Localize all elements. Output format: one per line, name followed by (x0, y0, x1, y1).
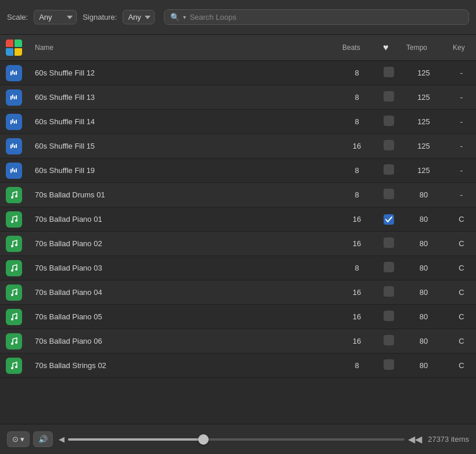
table-row[interactable]: 60s Shuffle Fill 138125- (0, 85, 476, 110)
table-row[interactable]: 60s Shuffle Fill 1516125- (0, 134, 476, 158)
favorite-checkbox[interactable] (384, 140, 394, 150)
table-row[interactable]: 60s Shuffle Fill 148125- (0, 110, 476, 134)
table-row[interactable]: 70s Ballad Piano 061680C (0, 329, 476, 354)
favorite-checkbox[interactable] (384, 116, 394, 126)
svg-point-20 (11, 196, 13, 199)
row-tempo: 80 (400, 305, 447, 329)
favorite-checkbox[interactable] (384, 237, 394, 248)
table-row[interactable]: 70s Ballad Strings 02880C (0, 354, 476, 378)
row-favorite[interactable] (377, 232, 400, 256)
table-row[interactable]: 70s Ballad Drums 01880- (0, 183, 476, 207)
row-beats: 16 (337, 134, 377, 158)
table-row[interactable]: 70s Ballad Piano 051680C (0, 305, 476, 329)
row-beats: 8 (337, 61, 377, 85)
favorite-checkbox[interactable] (384, 262, 394, 272)
row-favorite[interactable] (377, 158, 400, 183)
loop-icon-blue (6, 163, 22, 179)
search-chevron-icon[interactable]: ▾ (183, 14, 186, 20)
row-icon-cell (0, 329, 29, 354)
svg-point-31 (15, 317, 17, 319)
table-row[interactable]: 60s Shuffle Fill 128125- (0, 61, 476, 85)
row-favorite[interactable] (377, 134, 400, 158)
svg-point-23 (15, 219, 17, 222)
row-icon-cell (0, 232, 29, 256)
loop-icon-blue (6, 89, 22, 106)
row-favorite[interactable] (377, 280, 400, 305)
svg-rect-3 (16, 71, 17, 75)
volume-low-icon: ◀ (59, 435, 65, 444)
table-row[interactable]: 70s Ballad Piano 021680C (0, 232, 476, 256)
favorite-checkbox[interactable] (384, 214, 394, 225)
table-row[interactable]: 60s Shuffle Fill 198125- (0, 158, 476, 183)
row-favorite[interactable] (377, 110, 400, 134)
svg-rect-19 (16, 168, 17, 172)
search-input[interactable] (189, 13, 463, 21)
row-name: 70s Ballad Drums 01 (29, 183, 337, 207)
row-key: C (447, 329, 476, 354)
loop-chevron-icon: ▾ (20, 435, 24, 444)
svg-rect-18 (14, 170, 15, 172)
favorite-checkbox[interactable] (384, 189, 394, 199)
svg-rect-1 (12, 70, 13, 74)
search-icon: 🔍 (170, 13, 180, 21)
row-favorite[interactable] (377, 354, 400, 378)
signature-select[interactable]: Any 3/4 4/4 6/8 (123, 10, 155, 24)
favorite-checkbox[interactable] (384, 359, 394, 370)
th-favorite[interactable]: ♥ (377, 35, 400, 61)
row-icon-cell (0, 256, 29, 280)
row-key: C (447, 256, 476, 280)
row-favorite[interactable] (377, 305, 400, 329)
row-icon-cell (0, 158, 29, 183)
loop-icon-blue (6, 138, 22, 154)
row-key: C (447, 354, 476, 378)
table-row[interactable]: 70s Ballad Piano 03880C (0, 256, 476, 280)
row-icon-cell (0, 207, 29, 232)
favorite-checkbox[interactable] (384, 67, 394, 77)
th-tempo[interactable]: Tempo (400, 35, 447, 61)
svg-rect-17 (12, 168, 13, 172)
row-name: 70s Ballad Piano 01 (29, 207, 337, 232)
favorite-checkbox[interactable] (384, 91, 394, 102)
row-beats: 16 (337, 329, 377, 354)
row-key: C (447, 280, 476, 305)
svg-point-33 (15, 341, 17, 344)
loop-button[interactable]: ⊙ ▾ (7, 431, 30, 447)
table-header: Name Beats ♥ Tempo Key (0, 35, 476, 61)
row-beats: 16 (337, 207, 377, 232)
row-favorite[interactable] (377, 61, 400, 85)
row-key: - (447, 134, 476, 158)
row-name: 60s Shuffle Fill 13 (29, 85, 337, 110)
row-favorite[interactable] (377, 85, 400, 110)
loop-icon: ⊙ (12, 435, 19, 444)
favorite-checkbox[interactable] (384, 311, 394, 321)
speaker-button[interactable]: 🔊 (33, 431, 53, 447)
volume-slider[interactable] (68, 438, 405, 441)
row-name: 70s Ballad Piano 03 (29, 256, 337, 280)
row-name: 60s Shuffle Fill 19 (29, 158, 337, 183)
row-favorite[interactable] (377, 256, 400, 280)
th-name[interactable]: Name (29, 35, 337, 61)
table-row[interactable]: 70s Ballad Piano 011680C (0, 207, 476, 232)
loop-icon-green (6, 211, 22, 228)
row-beats: 16 (337, 305, 377, 329)
volume-slider-container: ◀ ◀◀ (59, 434, 422, 445)
svg-rect-8 (10, 120, 12, 124)
row-favorite[interactable] (377, 207, 400, 232)
loop-icon-green (6, 187, 22, 203)
th-beats[interactable]: Beats (337, 35, 377, 61)
row-favorite[interactable] (377, 329, 400, 354)
favorite-checkbox[interactable] (384, 286, 394, 297)
favorite-checkbox[interactable] (384, 335, 394, 345)
row-name: 70s Ballad Piano 04 (29, 280, 337, 305)
scale-select[interactable]: Any Major Minor Neither (34, 10, 77, 24)
scale-label: Scale: (7, 13, 28, 21)
favorite-checkbox[interactable] (384, 164, 394, 175)
table-row[interactable]: 70s Ballad Piano 041680C (0, 280, 476, 305)
svg-point-29 (15, 293, 17, 295)
row-name: 70s Ballad Piano 06 (29, 329, 337, 354)
row-favorite[interactable] (377, 183, 400, 207)
th-key[interactable]: Key (447, 35, 476, 61)
row-beats: 8 (337, 183, 377, 207)
row-name: 60s Shuffle Fill 12 (29, 61, 337, 85)
svg-point-30 (11, 318, 13, 320)
